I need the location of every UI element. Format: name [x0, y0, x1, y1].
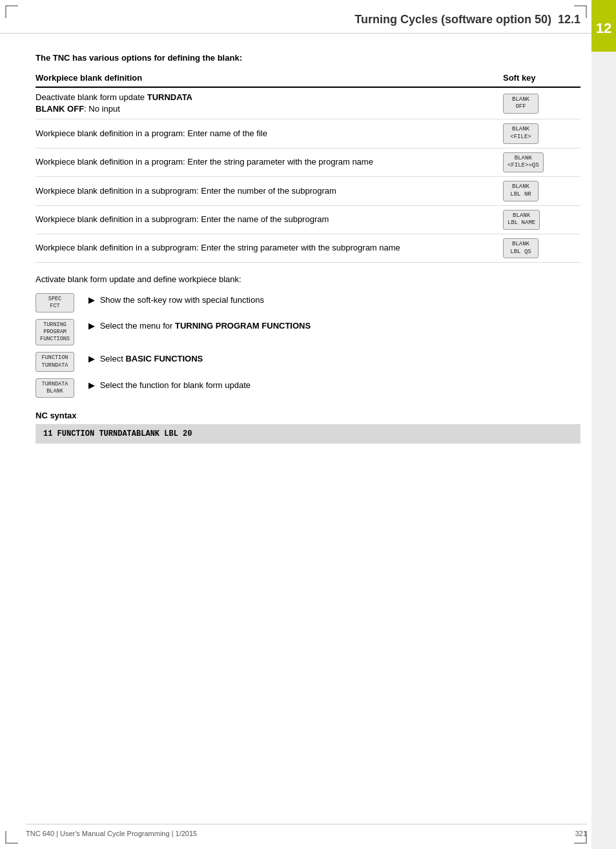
row-softkey: BLANK <FILE>=QS	[503, 148, 580, 176]
softkey-button[interactable]: BLANK <FILE>	[503, 123, 539, 143]
footer-left: TNC 640 | User's Manual Cycle Programmin…	[26, 830, 197, 837]
softkey-button[interactable]: BLANK LBL NAME	[503, 210, 540, 230]
row-description: Workpiece blank definition in a subprogr…	[36, 205, 503, 234]
row-description: Workpiece blank definition in a program:…	[36, 148, 503, 176]
row-description: Workpiece blank definition in a subprogr…	[36, 177, 503, 205]
step-icon: TURNING PROGRAM FUNCTIONS	[36, 319, 81, 345]
activate-text: Activate blank form update and define wo…	[36, 274, 580, 284]
step-icon: FUNCTION TURNDATA	[36, 352, 81, 371]
col2-header: Soft key	[503, 70, 580, 87]
footer-right: 321	[575, 830, 587, 837]
table-row: Workpiece blank definition in a subprogr…	[36, 205, 580, 234]
steps-list: SPEC FCT▶ Show the soft-key row with spe…	[36, 293, 580, 397]
page-footer: TNC 640 | User's Manual Cycle Programmin…	[26, 824, 587, 837]
row-description: Workpiece blank definition in a program:…	[36, 119, 503, 148]
nc-syntax-label: NC syntax	[36, 411, 580, 420]
step-text: ▶ Select the function for blank form upd…	[88, 378, 580, 391]
row-softkey: BLANK LBL NR	[503, 177, 580, 205]
corner-mark-bottom-left	[5, 831, 18, 844]
table-header-row: Workpiece blank definition Soft key	[36, 70, 580, 87]
table-row: Workpiece blank definition in a program:…	[36, 119, 580, 148]
softkey-button[interactable]: BLANK LBL NR	[503, 181, 539, 201]
page-header-right: Turning Cycles (software option 50) 12.1	[354, 13, 580, 26]
step-icon: TURNDATA BLANK	[36, 378, 81, 398]
definition-table: Workpiece blank definition Soft key Deac…	[36, 70, 580, 263]
softkey-button[interactable]: BLANK <FILE>=QS	[503, 152, 544, 172]
softkey-button[interactable]: BLANK OFF	[503, 94, 539, 114]
page-container: 12 Turning Cycles (software option 50) 1…	[0, 0, 616, 849]
row-description: Workpiece blank definition in a subprogr…	[36, 234, 503, 262]
step-item: TURNDATA BLANK▶ Select the function for …	[36, 378, 580, 398]
corner-mark-top-right	[574, 5, 587, 18]
step-item: FUNCTION TURNDATA▶ Select BASIC FUNCTION…	[36, 352, 580, 371]
row-softkey: BLANK LBL NAME	[503, 205, 580, 234]
row-softkey: BLANK <FILE>	[503, 119, 580, 148]
step-item: TURNING PROGRAM FUNCTIONS▶ Select the me…	[36, 319, 580, 345]
step-key-button[interactable]: FUNCTION TURNDATA	[36, 352, 74, 371]
corner-mark-top-left	[5, 5, 18, 18]
step-text: ▶ Select BASIC FUNCTIONS	[88, 352, 580, 365]
row-softkey: BLANK OFF	[503, 87, 580, 119]
chapter-number: 12	[596, 20, 611, 37]
table-body: Deactivate blank form update TURNDATABLA…	[36, 87, 580, 263]
step-arrow: ▶	[88, 295, 98, 305]
step-item: SPEC FCT▶ Show the soft-key row with spe…	[36, 293, 580, 312]
step-arrow: ▶	[88, 380, 98, 390]
col1-header: Workpiece blank definition	[36, 70, 503, 87]
nc-syntax-box: 11 FUNCTION TURNDATABLANK LBL 20	[36, 424, 580, 444]
step-key-button[interactable]: TURNDATA BLANK	[36, 378, 74, 398]
step-key-button[interactable]: TURNING PROGRAM FUNCTIONS	[36, 319, 74, 345]
step-key-button[interactable]: SPEC FCT	[36, 293, 74, 312]
row-description: Deactivate blank form update TURNDATABLA…	[36, 87, 503, 119]
step-arrow: ▶	[88, 354, 98, 363]
main-content: The TNC has various options for defining…	[0, 40, 616, 463]
step-icon: SPEC FCT	[36, 293, 81, 312]
table-row: Workpiece blank definition in a subprogr…	[36, 234, 580, 262]
nc-syntax-code: 11 FUNCTION TURNDATABLANK LBL 20	[43, 429, 192, 438]
row-softkey: BLANK LBL QS	[503, 234, 580, 262]
table-row: Workpiece blank definition in a program:…	[36, 148, 580, 176]
step-text: ▶ Show the soft-key row with special fun…	[88, 293, 580, 306]
step-arrow: ▶	[88, 321, 98, 331]
step-text: ▶ Select the menu for TURNING PROGRAM FU…	[88, 319, 580, 332]
chapter-tab: 12	[591, 0, 616, 52]
section-intro: The TNC has various options for defining…	[36, 53, 580, 63]
table-row: Deactivate blank form update TURNDATABLA…	[36, 87, 580, 119]
table-row: Workpiece blank definition in a subprogr…	[36, 177, 580, 205]
page-title: Turning Cycles (software option 50) 12.1	[354, 13, 580, 26]
page-header: Turning Cycles (software option 50) 12.1	[0, 0, 616, 34]
right-strip	[591, 52, 616, 849]
softkey-button[interactable]: BLANK LBL QS	[503, 238, 539, 258]
